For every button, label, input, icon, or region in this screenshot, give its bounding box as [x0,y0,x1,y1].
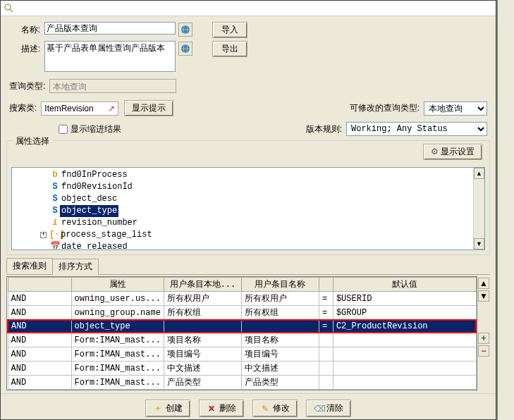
delete-button[interactable]: ✕删除 [199,400,244,417]
grid-header[interactable] [319,278,333,292]
top-form: 名称: 导入 描述: 导出 [1,16,496,78]
plus-icon: + [481,333,486,343]
grid-header[interactable]: 属性 [71,278,164,292]
tree-item[interactable]: S object_type [15,205,482,217]
export-button[interactable]: 导出 [212,41,247,57]
search-class-value: ItemRevision [44,104,93,113]
modify-button[interactable]: ✎修改 [252,400,298,417]
tree-item[interactable]: +[·] process_stage_list [15,229,482,241]
tree-item[interactable]: S fnd0RevisionId [15,181,482,193]
tree-item[interactable]: S object_desc [15,193,482,205]
version-rule-label: 版本规则: [306,123,346,135]
attr-select-section: 属性选择 ⚙ 显示设置 b fnd0InProcessS fnd0Revisio… [6,140,490,255]
svg-point-0 [5,4,11,10]
import-button[interactable]: 导入 [212,22,247,38]
attribute-tree[interactable]: b fnd0InProcessS fnd0RevisionIdS object_… [11,167,485,250]
table-row[interactable]: ANDForm:IMAN_mast...项目编号项目编号 [8,347,476,362]
name-label: 名称: [9,22,44,36]
table-row[interactable]: ANDForm:IMAN_mast...产品类型产品类型 [8,376,476,390]
titlebar [1,1,496,16]
svg-line-1 [10,9,13,12]
show-hint-button[interactable]: 显示提示 [124,100,173,116]
create-button[interactable]: ✦创建 [145,400,190,417]
table-row[interactable]: ANDobject_type=C2_ProductRevision [8,320,476,333]
grid-header[interactable]: 用户条目名称 [241,278,319,292]
table-row[interactable]: ANDForm:IMAN_mast...项目名称项目名称 [8,333,476,347]
minus-icon: − [481,346,486,356]
globe-icon[interactable] [178,23,192,37]
scroll-down-icon[interactable]: ▼ [474,238,484,249]
modifiable-type-label: 可修改的查询类型: [350,102,424,114]
broom-icon: ⌫ [314,404,324,414]
x-icon: ✕ [207,404,216,414]
search-class-label: 搜索类: [9,102,41,114]
search-class-picker[interactable]: ItemRevision ↗ [41,101,118,116]
grid-header[interactable]: 默认值 [333,278,476,292]
table-row[interactable]: ANDowning_user.us...所有权用户所有权用户=$USERID [8,292,476,306]
grid-header[interactable]: 用户条目本地... [164,278,241,292]
tree-item[interactable]: b fnd0InProcess [15,169,482,181]
modifiable-type-select[interactable]: 本地查询 [424,101,487,116]
grid-side-controls: ▲ ▼ + − [477,276,490,390]
grid-header[interactable] [8,278,71,292]
version-rule-select[interactable]: Working; Any Status [346,122,487,136]
query-type-label: 查询类型: [9,80,49,92]
table-row[interactable]: ANDowning_group.name所有权组所有权组=$GROUP [8,306,476,321]
scroll-up-icon[interactable]: ▲ [478,278,489,289]
tabs: 搜索准则 排序方式 [6,258,490,275]
query-builder-window: 名称: 导入 描述: 导出 查询类型: 本地查询 搜索类: ItemRevisi… [0,0,496,420]
tree-scrollbar[interactable]: ▲ ▼ [473,168,484,249]
name-input[interactable] [44,22,176,35]
remove-row-button[interactable]: − [478,345,489,357]
show-settings-button[interactable]: ⚙ 显示设置 [423,144,482,160]
show-indent-checkbox[interactable] [59,125,68,134]
tree-item[interactable]: 📅 date_released [15,241,482,250]
attr-select-label: 属性选择 [13,135,52,147]
scroll-down-icon[interactable]: ▼ [478,290,489,302]
scroll-up-icon[interactable]: ▲ [474,168,484,179]
globe-icon[interactable] [178,42,192,56]
query-type-field: 本地查询 [49,79,176,93]
desc-label: 描述: [9,41,44,55]
gear-icon: ⚙ [431,147,439,156]
splitter[interactable] [496,0,514,420]
tab-search-rule[interactable]: 搜索准则 [6,258,53,274]
add-row-button[interactable]: + [478,333,489,344]
footer-buttons: ✦创建 ✕删除 ✎修改 ⌫清除 [1,393,496,420]
tree-item[interactable]: i revision_number [15,217,482,229]
table-row[interactable]: ANDForm:IMAN_mast...中文描述中文描述 [8,362,476,376]
tab-sort[interactable]: 排序方式 [52,259,99,275]
picker-icon: ↗ [108,104,115,113]
search-icon [4,3,15,14]
star-icon: ✦ [153,404,163,414]
desc-textarea[interactable] [44,41,176,72]
clear-button[interactable]: ⌫清除 [306,400,351,417]
show-indent-label: 显示缩进结果 [71,123,121,135]
pencil-icon: ✎ [260,404,270,414]
criteria-grid[interactable]: 属性 用户条目本地... 用户条目名称 默认值 ANDowning_user.u… [6,276,477,390]
